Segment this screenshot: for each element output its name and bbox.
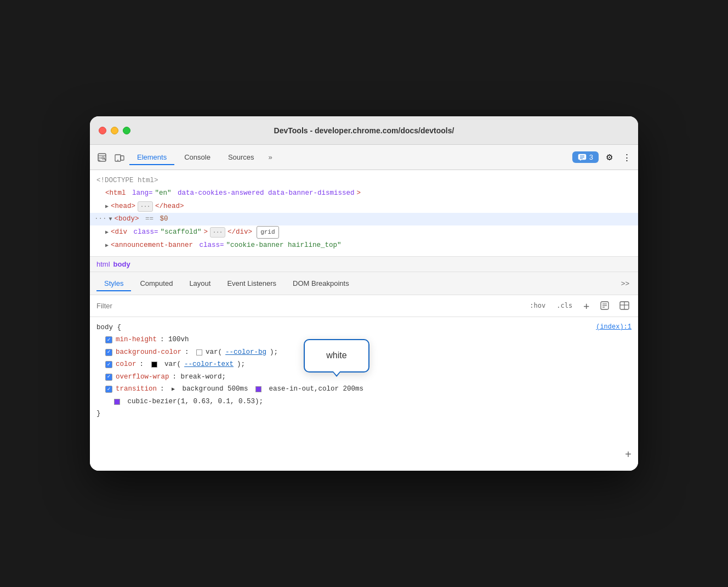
- settings-button[interactable]: ⚙: [602, 150, 616, 165]
- tooltip-text: white: [326, 351, 346, 360]
- tab-computed[interactable]: Computed: [132, 276, 180, 291]
- checkbox-color[interactable]: [105, 361, 112, 368]
- html-line-html: <html lang="en" data-cookies-answered da…: [90, 187, 638, 200]
- html-line-announcement: ▶ <announcement-banner class="cookie-ban…: [90, 239, 638, 252]
- tab-styles[interactable]: Styles: [96, 276, 131, 291]
- titlebar: DevTools - developer.chrome.com/docs/dev…: [90, 116, 638, 145]
- close-button[interactable]: [99, 127, 106, 134]
- css-prop-overflow-wrap: overflow-wrap : break-word;: [90, 371, 638, 383]
- css-color-bg-link[interactable]: --color-bg: [225, 346, 266, 359]
- filter-input[interactable]: [96, 302, 522, 310]
- html-line-head: ▶ <head> ··· </head>: [90, 200, 638, 213]
- element-panel-button[interactable]: [617, 298, 632, 313]
- dots-badge[interactable]: ···: [138, 201, 153, 212]
- devtools-right-icons: 3 ⚙ ⋮: [572, 150, 634, 165]
- window-title: DevTools - developer.chrome.com/docs/dev…: [274, 126, 454, 135]
- checkbox-transition[interactable]: [105, 386, 112, 393]
- new-style-sheet-button[interactable]: [598, 298, 612, 313]
- traffic-lights: [99, 127, 130, 134]
- filter-right-controls: :hov .cls +: [527, 298, 632, 313]
- body-triangle-icon: ▼: [109, 215, 112, 224]
- transition-triangle-icon: ▶: [172, 385, 175, 394]
- checkbox-min-height[interactable]: [105, 336, 112, 343]
- css-selector-line: body { (index):1: [90, 321, 638, 334]
- html-line-doctype: <!DOCTYPE html>: [90, 174, 638, 187]
- tab-elements[interactable]: Elements: [129, 150, 174, 165]
- tab-event-listeners[interactable]: Event Listeners: [219, 276, 284, 291]
- css-source-link[interactable]: (index):1: [596, 321, 632, 334]
- tab-dom-breakpoints[interactable]: DOM Breakpoints: [285, 276, 357, 291]
- filter-bar: :hov .cls +: [90, 295, 638, 317]
- html-line-div: ▶ <div class="scaffold" > ··· </div> gri…: [90, 225, 638, 239]
- svg-rect-3: [121, 156, 124, 160]
- breadcrumb: html body: [90, 257, 638, 272]
- breadcrumb-html[interactable]: html: [96, 260, 110, 268]
- color-swatch-text[interactable]: [151, 362, 157, 368]
- color-tooltip: white: [304, 339, 369, 372]
- devtools-window: DevTools - developer.chrome.com/docs/dev…: [90, 116, 638, 471]
- triangle-icon: ▶: [105, 202, 109, 211]
- chat-badge[interactable]: 3: [572, 151, 599, 163]
- color-swatch-bg[interactable]: [196, 349, 202, 355]
- tab-sources[interactable]: Sources: [220, 150, 262, 165]
- css-prop-transition: transition : ▶ background 500ms ease-in-…: [90, 383, 638, 396]
- color-swatch-bezier[interactable]: [114, 399, 120, 405]
- html-panel: <!DOCTYPE html> <html lang="en" data-coo…: [90, 170, 638, 257]
- div-dots-badge[interactable]: ···: [210, 227, 225, 238]
- tab-layout[interactable]: Layout: [181, 276, 218, 291]
- add-style-button[interactable]: +: [625, 445, 632, 465]
- cls-button[interactable]: .cls: [554, 300, 575, 311]
- checkbox-overflow-wrap[interactable]: [105, 374, 112, 381]
- breadcrumb-body[interactable]: body: [113, 260, 130, 268]
- chat-count: 3: [589, 153, 593, 161]
- minimize-button[interactable]: [111, 127, 118, 134]
- grid-badge[interactable]: grid: [257, 226, 278, 239]
- styles-tab-more[interactable]: >>: [619, 277, 632, 290]
- announce-triangle-icon: ▶: [105, 241, 109, 250]
- styles-tabs-bar: Styles Computed Layout Event Listeners D…: [90, 272, 638, 295]
- html-line-body[interactable]: ··· ▼ <body> == $0: [90, 213, 638, 225]
- new-style-rule-button[interactable]: +: [581, 298, 592, 313]
- css-close-brace: }: [90, 408, 638, 420]
- devtools-tab-bar: Elements Console Sources » 3 ⚙ ⋮: [90, 145, 638, 170]
- tab-console[interactable]: Console: [177, 150, 218, 165]
- css-transition-line2: cubic-bezier(1, 0.63, 0.1, 0.53);: [90, 396, 638, 408]
- css-panel: body { (index):1 min-height : 100vh back…: [90, 317, 638, 471]
- css-selector: body {: [96, 321, 121, 334]
- checkbox-bg-color[interactable]: [105, 349, 112, 356]
- tab-more-button[interactable]: »: [264, 151, 277, 163]
- hov-button[interactable]: :hov: [527, 300, 548, 311]
- css-color-text-link[interactable]: --color-text: [184, 358, 234, 371]
- device-icon[interactable]: [112, 150, 127, 165]
- div-triangle-icon: ▶: [105, 228, 109, 237]
- more-options-button[interactable]: ⋮: [619, 150, 634, 165]
- maximize-button[interactable]: [123, 127, 130, 134]
- color-swatch-ease[interactable]: [255, 386, 261, 392]
- inspect-icon[interactable]: [94, 150, 110, 165]
